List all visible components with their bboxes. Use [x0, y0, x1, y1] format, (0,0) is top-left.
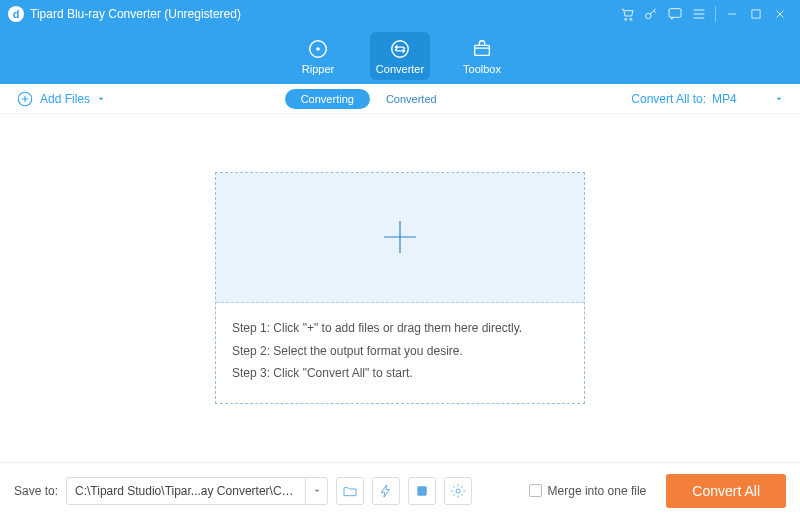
convert-all-button[interactable]: Convert All — [666, 474, 786, 508]
seg-converting[interactable]: Converting — [285, 89, 370, 109]
add-files-label: Add Files — [40, 92, 90, 106]
tab-ripper-label: Ripper — [302, 63, 334, 75]
gpu-accel-button[interactable]: ON — [408, 477, 436, 505]
tab-toolbox-label: Toolbox — [463, 63, 501, 75]
tab-ripper[interactable]: Ripper — [288, 32, 348, 80]
save-path-dropdown[interactable] — [305, 478, 327, 504]
svg-point-0 — [625, 18, 627, 20]
svg-point-7 — [392, 40, 409, 57]
svg-point-12 — [456, 489, 460, 493]
save-path-value: C:\Tipard Studio\Tipar...ay Converter\Co… — [67, 484, 305, 498]
step-1: Step 1: Click "+" to add files or drag t… — [232, 317, 568, 340]
save-path-box: C:\Tipard Studio\Tipar...ay Converter\Co… — [66, 477, 328, 505]
svg-rect-3 — [669, 9, 681, 18]
toolbar: Add Files Converting Converted Convert A… — [0, 84, 800, 114]
svg-rect-4 — [752, 10, 760, 18]
main-area: Step 1: Click "+" to add files or drag t… — [0, 114, 800, 462]
tab-converter-label: Converter — [376, 63, 424, 75]
chevron-down-icon — [774, 94, 784, 104]
drop-zone[interactable] — [216, 173, 584, 303]
drop-box: Step 1: Click "+" to add files or drag t… — [215, 172, 585, 404]
save-to-label: Save to: — [14, 484, 58, 498]
svg-point-6 — [316, 47, 320, 51]
svg-point-1 — [630, 18, 632, 20]
step-2: Step 2: Select the output format you des… — [232, 340, 568, 363]
feedback-icon[interactable] — [663, 2, 687, 26]
bottom-bar: Save to: C:\Tipard Studio\Tipar...ay Con… — [0, 462, 800, 518]
svg-rect-8 — [475, 45, 490, 55]
tab-toolbox[interactable]: Toolbox — [452, 32, 512, 80]
key-icon[interactable] — [639, 2, 663, 26]
convert-all-to-value: MP4 — [712, 92, 768, 106]
seg-converted[interactable]: Converted — [370, 89, 453, 109]
merge-label: Merge into one file — [548, 484, 647, 498]
svg-text:ON: ON — [418, 488, 426, 494]
step-3: Step 3: Click "Convert All" to start. — [232, 362, 568, 385]
app-logo-icon: d — [8, 6, 24, 22]
main-nav: Ripper Converter Toolbox — [0, 28, 800, 84]
status-segment: Converting Converted — [285, 89, 453, 109]
svg-point-2 — [646, 13, 651, 18]
cart-icon[interactable] — [615, 2, 639, 26]
merge-checkbox[interactable]: Merge into one file — [529, 484, 647, 498]
title-bar: d Tipard Blu-ray Converter (Unregistered… — [0, 0, 800, 28]
convert-all-to-label: Convert All to: — [631, 92, 706, 106]
open-folder-button[interactable] — [336, 477, 364, 505]
checkbox-icon — [529, 484, 542, 497]
minimize-button[interactable] — [720, 2, 744, 26]
close-button[interactable] — [768, 2, 792, 26]
menu-icon[interactable] — [687, 2, 711, 26]
speed-button[interactable] — [372, 477, 400, 505]
chevron-down-icon — [96, 94, 106, 104]
add-files-button[interactable]: Add Files — [16, 90, 106, 108]
plus-icon — [380, 217, 420, 257]
settings-button[interactable] — [444, 477, 472, 505]
convert-all-to-dropdown[interactable]: Convert All to: MP4 — [631, 92, 784, 106]
instructions: Step 1: Click "+" to add files or drag t… — [216, 303, 584, 403]
tab-converter[interactable]: Converter — [370, 32, 430, 80]
maximize-button[interactable] — [744, 2, 768, 26]
window-title: Tipard Blu-ray Converter (Unregistered) — [30, 7, 241, 21]
